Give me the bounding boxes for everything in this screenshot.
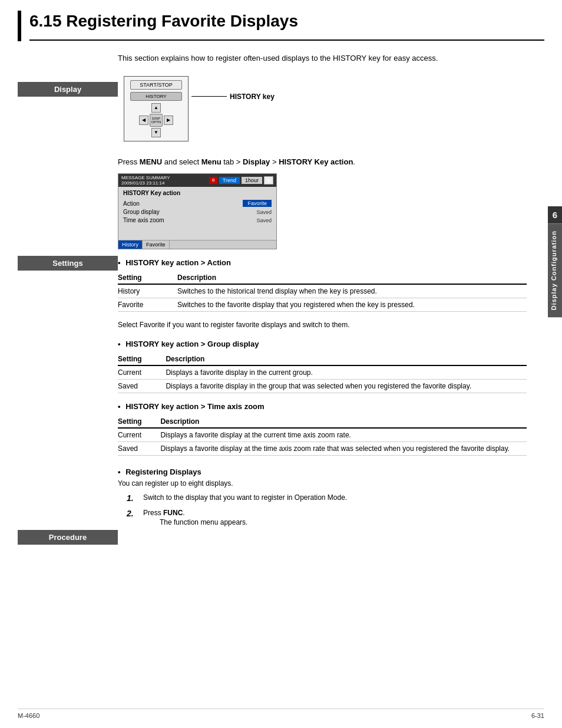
desc-saved-group: Displays a favorite display in the group… [166,380,527,393]
nav-center-button: DISPOPTN [150,114,163,127]
screen-datetime: 2009/01/23 23:11:14 [121,180,170,186]
desc-history: Switches to the historical trend display… [177,284,527,298]
settings-subsection-action: • HISTORY key action > Action Setting De… [118,258,527,329]
procedure-steps: 1. Switch to the display that you want t… [127,493,527,526]
screen-row-group: Group display Saved [123,209,272,215]
subsection-title-text-time: HISTORY key action > Time axis zoom [125,402,264,411]
screen-row-time: Time axis zoom Saved [123,217,272,223]
screen-title-header: MESSAGE SUMMARY [121,175,170,180]
table-row: Saved Displays a favorite display at the… [118,442,527,456]
step-2-content: Press FUNC. The function menu appears. [143,509,527,526]
desc-saved-time: Displays a favorite display at the time … [160,442,527,456]
menu-tab-bold: Menu [201,157,222,166]
step-2-note: The function menu appears. [160,518,527,526]
func-bold: FUNC [163,509,183,517]
col-desc-group: Description [166,353,527,365]
screen-value-group: Saved [256,209,272,215]
desc-current-time: Displays a favorite display at the curre… [160,428,527,442]
menu-bold: MENU [140,157,162,166]
screen-label-time: Time axis zoom [123,217,164,223]
screen-footer-tab-favorite: Favorite [143,241,170,249]
setting-current-time: Current [118,428,160,442]
step-2-text: Press FUNC. [143,509,185,517]
nav-middle-row: ◀ DISPOPTN ▶ [139,114,173,127]
side-tab-container: 6 Display Configuration [548,206,562,317]
table-row: Current Displays a favorite display at t… [118,428,527,442]
screen-body-title: HISTORY Key action [123,190,272,196]
note-action: Select Favorite if you want to register … [118,321,527,329]
footer-left: M-4660 [18,712,39,719]
display-instruction: Press MENU and select Menu tab > Display… [118,156,527,168]
col-desc-time: Description [160,416,527,428]
screen-tab-trend: Trend [219,177,240,184]
procedure-subtitle: You can register up to eight displays. [118,479,527,487]
screen-body: HISTORY Key action Action Favorite Group… [118,187,276,240]
procedure-step-1: 1. Switch to the display that you want t… [127,493,527,503]
table-row: Favorite Switches to the favorite displa… [118,298,527,312]
setting-current-group: Current [118,365,166,380]
col-setting-time: Setting [118,416,160,428]
display-section: Press MENU and select Menu tab > Display… [118,156,527,250]
step-1-content: Switch to the display that you want to r… [143,493,527,502]
procedure-section-label: Procedure [18,530,118,545]
subsection-title-text-action: HISTORY key action > Action [125,258,231,267]
start-stop-button: START/STOP [130,80,182,90]
procedure-step-2: 2. Press FUNC. The function menu appears… [127,509,527,526]
subsection-title-text-group: HISTORY key action > Group display [125,340,259,348]
screen-footer-tab-history: History [118,241,143,249]
history-key-annotation: HISTORY key [191,93,275,101]
setting-history: History [118,284,177,298]
nav-right: ▶ [164,116,173,125]
device-box: START/STOP HISTORY ▲ ◀ DISPOPTN ▶ ▼ [124,76,189,141]
col-setting-action: Setting [118,272,177,284]
screen-value-time: Saved [256,218,272,223]
footer-right: 6-31 [531,712,544,719]
page-footer: M-4660 6-31 [18,709,544,719]
settings-subsection-time: • HISTORY key action > Time axis zoom Se… [118,402,527,456]
settings-subsection-group: • HISTORY key action > Group display Set… [118,340,527,393]
display-bold: Display [243,157,270,166]
table-row: History Switches to the historical trend… [118,284,527,298]
screen-footer: History Favorite [118,240,276,249]
table-row: Saved Displays a favorite display in the… [118,380,527,393]
side-tab-text: Display Configuration [548,223,562,317]
side-tab-number: 6 [548,206,562,223]
bullet-time: • [118,402,121,411]
desc-current-group: Displays a favorite display in the curre… [166,365,527,380]
bullet-procedure: • [118,467,121,476]
screen-header-right: ⚙ Trend 1hour ● [209,176,273,185]
table-row: Current Displays a favorite display in t… [118,365,527,380]
table-group: Setting Description Current Displays a f… [118,353,527,393]
history-action-bold: HISTORY Key action [279,157,353,166]
col-setting-group: Setting [118,353,166,365]
device-illustration: START/STOP HISTORY ▲ ◀ DISPOPTN ▶ ▼ H [124,76,527,141]
step-2-number: 2. [127,509,138,518]
settings-section: • HISTORY key action > Action Setting De… [118,258,527,456]
subsection-title-group: • HISTORY key action > Group display [118,340,527,348]
screen-tab-1hour: 1hour [242,177,262,184]
nav-down: ▼ [151,128,161,137]
page-title: 6.15 Registering Favorite Displays [29,0,544,41]
step-1-number: 1. [127,493,138,503]
history-button: HISTORY [130,92,182,101]
subsection-title-time: • HISTORY key action > Time axis zoom [118,402,527,411]
table-action: Setting Description History Switches to … [118,272,527,312]
screen-header-left: MESSAGE SUMMARY 2009/01/23 23:11:14 [121,175,170,186]
col-desc-action: Description [177,272,527,284]
screen-mockup: MESSAGE SUMMARY 2009/01/23 23:11:14 ⚙ Tr… [118,173,277,249]
procedure-section: • Registering Displays You can register … [118,467,527,526]
table-time: Setting Description Current Displays a f… [118,416,527,456]
screen-header: MESSAGE SUMMARY 2009/01/23 23:11:14 ⚙ Tr… [118,174,276,187]
accent-bar [18,11,21,41]
nav-left: ◀ [139,116,148,125]
screen-row-action: Action Favorite [123,200,272,207]
settings-section-label: Settings [18,256,118,271]
setting-favorite: Favorite [118,298,177,312]
display-section-label: Display [18,82,118,97]
procedure-title: • Registering Displays [118,467,527,476]
desc-favorite: Switches to the favorite display that yo… [177,298,527,312]
procedure-title-text: Registering Displays [125,467,201,476]
bullet-action: • [118,258,121,267]
setting-saved-time: Saved [118,442,160,456]
screen-icon-circle: ● [264,176,273,185]
